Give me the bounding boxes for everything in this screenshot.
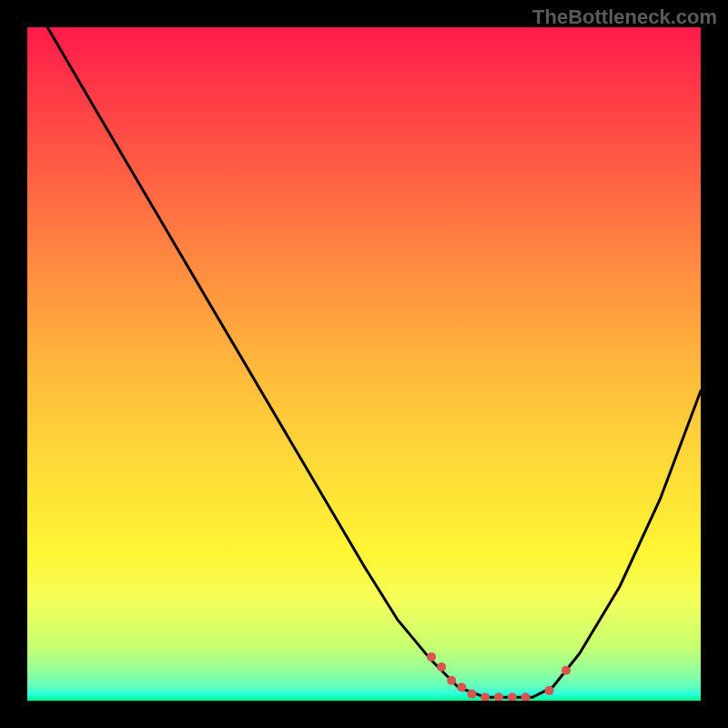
chart-marker [427, 652, 436, 662]
chart-marker [561, 666, 571, 675]
chart-marker [467, 690, 476, 699]
chart-marker [480, 693, 490, 701]
watermark-text: TheBottleneck.com [532, 5, 717, 29]
chart-marker [494, 693, 503, 701]
bottleneck-curve [47, 27, 701, 697]
chart-plot-area [27, 27, 701, 701]
chart-marker [437, 662, 446, 672]
chart-marker [508, 693, 517, 701]
chart-marker [521, 693, 531, 701]
chart-marker [545, 686, 554, 695]
chart-marker [457, 682, 466, 692]
chart-svg [27, 27, 701, 701]
chart-marker [447, 676, 456, 685]
